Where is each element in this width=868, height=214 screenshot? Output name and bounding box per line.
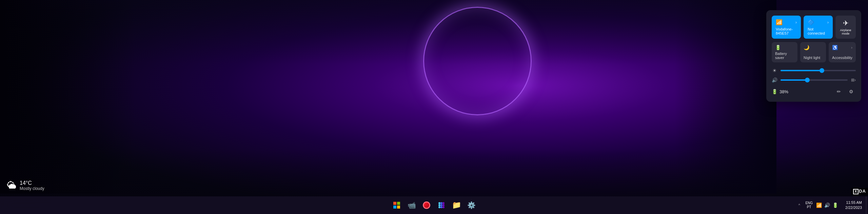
volume-slider-row: 🔊 ⊞›: [772, 77, 856, 83]
battery-tray-symbol: 🔋: [832, 202, 838, 208]
airplane-icon: ✈: [843, 19, 849, 27]
settings-icon[interactable]: ⚙: [846, 87, 856, 96]
weather-info: 14°C Mostly cloudy: [20, 180, 44, 191]
bluetooth-chevron-icon[interactable]: ›: [827, 20, 829, 25]
volume-fill: [781, 79, 807, 81]
battery-tray-icon[interactable]: 🔋: [832, 202, 839, 209]
clock-date: 2/22/2023: [845, 205, 862, 210]
xda-box-x: X: [853, 189, 859, 194]
svg-point-4: [440, 204, 442, 206]
language-code: ENG: [805, 201, 813, 205]
wifi-tray-icon[interactable]: 📶: [815, 202, 822, 209]
svg-point-8: [442, 206, 445, 208]
bluetooth-label: Not connected: [808, 27, 829, 35]
taskbar-center: 📹 📁 ⚙️: [391, 199, 477, 211]
bluetooth-tile-header: 🔷 ›: [808, 19, 829, 25]
airplane-mode-tile[interactable]: ✈ Airplane mode: [835, 16, 856, 39]
settings-taskbar-icon[interactable]: ⚙️: [465, 199, 477, 211]
accessibility-chevron-icon[interactable]: ›: [851, 45, 852, 50]
bluetooth-tile[interactable]: 🔷 › Not connected: [804, 16, 833, 39]
night-light-label: Night light: [804, 56, 823, 60]
battery-saver-label: Battery saver: [775, 52, 794, 60]
battery-saver-tile[interactable]: 🔋 Battery saver: [772, 42, 797, 62]
brightness-track[interactable]: [781, 70, 856, 71]
file-explorer-taskbar-icon[interactable]: 📁: [450, 199, 462, 211]
brightness-fill: [781, 70, 822, 71]
opera-icon: [423, 201, 430, 209]
xda-logo-text: XDA: [853, 189, 866, 194]
weather-icon: 🌥: [7, 180, 16, 191]
taskbar: 📹 📁 ⚙️: [0, 196, 868, 214]
brightness-slider-row: ☀: [772, 68, 856, 73]
svg-point-0: [438, 202, 440, 204]
teams-icon: 📹: [408, 201, 416, 209]
wifi-icon: 📶: [776, 19, 783, 25]
accessibility-icon: ♿: [832, 45, 838, 50]
svg-point-2: [442, 202, 445, 204]
qs-top-row: 📶 › Vodafone-845E57 🔷 › Not connected ✈ …: [772, 16, 856, 39]
clock-time: 11:55 AM: [845, 200, 862, 205]
svg-point-7: [440, 206, 442, 208]
night-light-icon: 🌙: [804, 45, 823, 50]
tray-expand-icon: ^: [798, 203, 800, 207]
speaker-tray-icon[interactable]: 🔊: [824, 202, 830, 209]
battery-row: 🔋 38% ✏ ⚙: [772, 87, 856, 96]
weather-desc: Mostly cloudy: [20, 186, 44, 191]
wifi-label: Vodafone-845E57: [776, 27, 797, 35]
volume-end-icon[interactable]: ⊞›: [851, 78, 856, 82]
windows-logo-icon: [393, 202, 400, 209]
battery-percent: 38%: [780, 89, 788, 94]
battery-status-icon: 🔋: [772, 89, 777, 94]
start-button[interactable]: [391, 199, 403, 211]
qs-bottom-icons: ✏ ⚙: [834, 87, 856, 96]
xda-watermark: XDA: [851, 188, 868, 195]
brightness-icon: ☀: [772, 68, 777, 73]
svg-point-5: [442, 204, 445, 206]
bluetooth-icon: 🔷: [808, 19, 814, 25]
weather-widget[interactable]: 🌥 14°C Mostly cloudy: [7, 180, 44, 191]
wifi-tile[interactable]: 📶 › Vodafone-845E57: [772, 16, 801, 39]
speaker-symbol: 🔊: [824, 202, 830, 208]
language-indicator[interactable]: ENG PT: [804, 201, 814, 209]
quick-settings-panel: 📶 › Vodafone-845E57 🔷 › Not connected ✈ …: [766, 10, 861, 102]
wifi-tray-symbol: 📶: [816, 202, 822, 208]
trees-right: [675, 0, 776, 194]
brightness-thumb[interactable]: [820, 68, 824, 73]
show-desktop-button[interactable]: [866, 196, 868, 214]
glow-circle: [423, 7, 532, 115]
teams-taskbar-icon[interactable]: 📹: [406, 199, 418, 211]
qs-second-row: 🔋 Battery saver 🌙 Night light ♿ › Access…: [772, 42, 856, 62]
svg-point-3: [438, 204, 440, 206]
tray-chevron[interactable]: ^: [796, 202, 803, 209]
volume-thumb[interactable]: [805, 78, 810, 82]
opera-taskbar-icon[interactable]: [420, 199, 433, 211]
folder-icon: 📁: [452, 201, 461, 210]
wifi-tile-header: 📶 ›: [776, 19, 797, 25]
night-light-tile[interactable]: 🌙 Night light: [800, 42, 826, 62]
volume-track[interactable]: [781, 79, 848, 81]
system-tray: ^ ENG PT 📶 🔊 🔋: [793, 201, 841, 209]
accessibility-tile[interactable]: ♿ › Accessibility: [829, 42, 856, 62]
svg-point-1: [440, 202, 442, 204]
weather-temp: 14°C: [20, 180, 44, 186]
svg-point-6: [438, 206, 440, 208]
volume-icon: 🔊: [772, 77, 777, 83]
accessibility-label: Accessibility: [832, 56, 852, 60]
trees-left: [0, 0, 136, 194]
battery-saver-icon: 🔋: [775, 45, 794, 50]
settings-gear-icon: ⚙️: [467, 201, 476, 209]
taskbar-right: ^ ENG PT 📶 🔊 🔋 11:55 AM 2/22/2023: [793, 196, 868, 214]
battery-info: 🔋 38%: [772, 89, 788, 94]
lattice-icon: [438, 201, 445, 209]
airplane-label: Airplane mode: [840, 28, 852, 35]
lattice-taskbar-icon[interactable]: [435, 199, 448, 211]
wifi-chevron-icon[interactable]: ›: [795, 20, 797, 25]
edit-icon[interactable]: ✏: [834, 87, 844, 96]
clock-widget[interactable]: 11:55 AM 2/22/2023: [841, 200, 866, 211]
language-locale: PT: [805, 205, 813, 209]
